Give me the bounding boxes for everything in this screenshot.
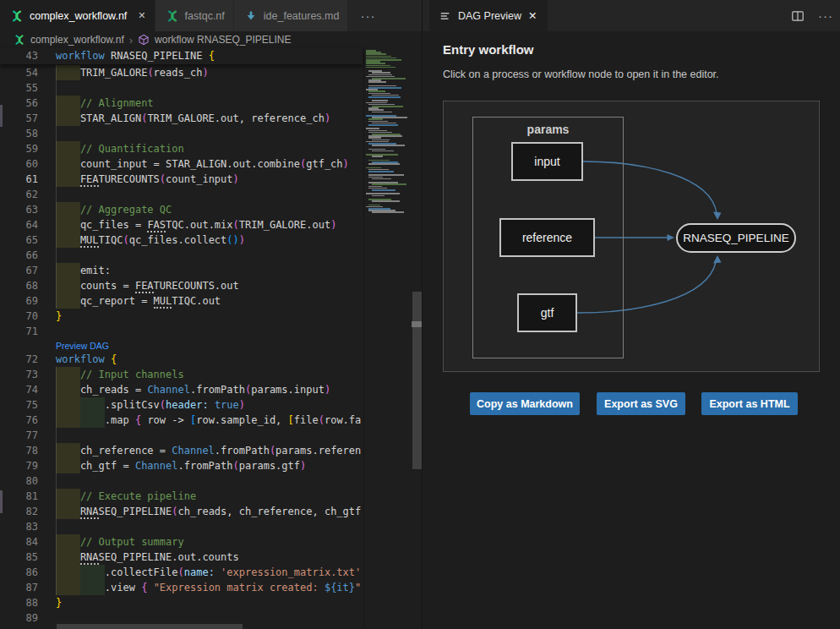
breadcrumb: complex_workflow.nf › workflow RNASEQ_PI… xyxy=(0,31,423,48)
code-line-58[interactable]: 58 xyxy=(0,126,363,141)
node-label: gtf xyxy=(541,306,554,320)
tab-label: fastqc.nf xyxy=(185,10,225,22)
code-line-75[interactable]: 75.splitCsv(header: true) xyxy=(0,397,363,413)
line-number: 61 xyxy=(0,172,38,187)
code-line-59[interactable]: 59// Quantification xyxy=(0,141,363,156)
code-line-70[interactable]: 70} xyxy=(0,309,363,324)
tab-fastqc[interactable]: fastqc.nf xyxy=(155,0,234,31)
nextflow-icon xyxy=(14,34,25,46)
close-icon[interactable]: ✕ xyxy=(528,9,537,22)
code-editor[interactable]: Preview DAG 54TRIM_GALORE(reads_ch)5556/… xyxy=(0,48,423,629)
code-line-56[interactable]: 56// Alignment xyxy=(0,96,363,111)
left-edge-decoration xyxy=(0,105,3,127)
line-number: 87 xyxy=(0,580,38,595)
code-line-86[interactable]: 86.collectFile(name: 'expression_matrix.… xyxy=(0,565,363,580)
code-line-80[interactable]: 80 xyxy=(0,473,363,489)
editor-tabbar: complex_workflow.nf ✕ fastqc.nf ide_feat… xyxy=(0,0,423,31)
code-line-63[interactable]: 63// Aggregate QC xyxy=(0,202,363,217)
code-line-76[interactable]: 76.map { row -> [row.sample_id, [file(ro… xyxy=(0,413,363,428)
node-input[interactable]: input xyxy=(511,142,583,181)
node-label: input xyxy=(534,155,559,168)
line-number: 79 xyxy=(0,458,38,473)
node-rnaseq-pipeline[interactable]: RNASEQ_PIPELINE xyxy=(676,223,796,253)
codelens-preview-dag[interactable]: Preview DAG xyxy=(56,340,109,352)
code-line-85[interactable]: 85RNASEQ_PIPELINE.out.counts xyxy=(0,550,363,565)
code-line-67[interactable]: 67emit: xyxy=(0,263,363,278)
export-as-svg-button[interactable]: Export as SVG xyxy=(597,392,685,415)
code-line-88[interactable]: 88} xyxy=(0,595,363,610)
breadcrumb-symbol[interactable]: workflow RNASEQ_PIPELINE xyxy=(155,34,291,46)
code-line-62[interactable]: 62 xyxy=(0,187,363,202)
dag-diagram: params input reference gtf RNASEQ_PIPELI… xyxy=(443,101,820,372)
line-number: 57 xyxy=(0,111,38,126)
line-number: 54 xyxy=(0,65,38,80)
line-number: 71 xyxy=(0,324,38,339)
node-reference[interactable]: reference xyxy=(499,218,595,257)
code-line-74[interactable]: 74ch_reads = Channel.fromPath(params.inp… xyxy=(0,382,363,397)
code-line-69[interactable]: 69qc_report = MULTIQC.out xyxy=(0,293,363,309)
export-as-html-button[interactable]: Export as HTML xyxy=(701,392,798,415)
line-number: 73 xyxy=(0,367,38,382)
split-editor-icon[interactable] xyxy=(791,9,805,23)
line-number: 63 xyxy=(0,202,38,217)
tab-complex-workflow[interactable]: complex_workflow.nf ✕ xyxy=(0,0,155,31)
line-number: 74 xyxy=(0,382,38,397)
node-gtf[interactable]: gtf xyxy=(517,293,577,332)
node-label: reference xyxy=(522,231,572,244)
preview-list-icon xyxy=(439,10,451,22)
code-line-78[interactable]: 78ch_reference = Channel.fromPath(params… xyxy=(0,443,363,458)
line-number: 75 xyxy=(0,397,38,413)
line-number: 62 xyxy=(0,187,38,202)
symbol-workflow-icon xyxy=(138,34,150,46)
line-number: 67 xyxy=(0,263,38,278)
line-number: 83 xyxy=(0,519,38,534)
code-line-79[interactable]: 79ch_gtf = Channel.fromPath(params.gtf) xyxy=(0,458,363,473)
code-line-71[interactable]: 71 xyxy=(0,324,363,339)
panel-tabbar: DAG Preview ✕ ··· xyxy=(423,0,840,31)
cluster-label: params xyxy=(473,123,623,136)
code-line-84[interactable]: 84// Output summary xyxy=(0,534,363,550)
line-number: 55 xyxy=(0,80,38,96)
code-line-77[interactable]: 77 xyxy=(0,428,363,443)
tab-overflow-icon[interactable]: ··· xyxy=(348,0,387,31)
more-actions-icon[interactable]: ··· xyxy=(818,8,833,23)
line-number: 85 xyxy=(0,550,38,565)
horizontal-scrollbar[interactable] xyxy=(0,623,363,629)
minimap[interactable] xyxy=(363,48,412,629)
code-line-73[interactable]: 73// Input channels xyxy=(0,367,363,382)
code-line-57[interactable]: 57STAR_ALIGN(TRIM_GALORE.out, reference_… xyxy=(0,111,363,126)
close-icon[interactable]: ✕ xyxy=(138,10,145,21)
line-number: 77 xyxy=(0,428,38,443)
code-line-61[interactable]: 61FEATURECOUNTS(count_input) xyxy=(0,172,363,187)
code-line-60[interactable]: 60count_input = STAR_ALIGN.out.combine(g… xyxy=(0,156,363,172)
nextflow-icon xyxy=(166,9,179,23)
code-line-55[interactable]: 55 xyxy=(0,80,363,96)
line-number: 86 xyxy=(0,565,38,580)
left-edge-decoration xyxy=(0,490,3,513)
code-line-82[interactable]: 82RNASEQ_PIPELINE(ch_reads, ch_reference… xyxy=(0,504,363,519)
code-line-81[interactable]: 81// Execute pipeline xyxy=(0,489,363,504)
code-line-64[interactable]: 64qc_files = FASTQC.out.mix(TRIM_GALORE.… xyxy=(0,217,363,232)
line-number: 84 xyxy=(0,534,38,550)
tab-dag-preview[interactable]: DAG Preview ✕ xyxy=(429,0,548,31)
code-line-65[interactable]: 65MULTIQC(qc_files.collect()) xyxy=(0,232,363,248)
code-line-68[interactable]: 68counts = FEATURECOUNTS.out xyxy=(0,278,363,293)
line-number: 68 xyxy=(0,278,38,293)
line-number: 70 xyxy=(0,309,38,324)
code-line-66[interactable]: 66 xyxy=(0,248,363,263)
panel-body: Entry workflow Click on a process or wor… xyxy=(423,31,840,629)
line-number: 60 xyxy=(0,156,38,172)
line-number: 59 xyxy=(0,141,38,156)
horizontal-scrollbar-thumb[interactable] xyxy=(57,624,243,629)
breadcrumb-file[interactable]: complex_workflow.nf xyxy=(30,34,124,46)
tab-ide-features[interactable]: ide_features.md xyxy=(234,0,349,31)
code-line-54[interactable]: 54TRIM_GALORE(reads_ch) xyxy=(0,65,363,80)
code-line-87[interactable]: 87.view { "Expression matrix created: ${… xyxy=(0,580,363,595)
copy-as-markdown-button[interactable]: Copy as Markdown xyxy=(470,392,580,415)
code-line-72[interactable]: 72workflow { xyxy=(0,352,363,367)
sticky-scroll-line[interactable]: 43workflow RNASEQ_PIPELINE { xyxy=(0,48,363,64)
code-line-43[interactable]: 43workflow RNASEQ_PIPELINE { xyxy=(0,48,363,63)
markdown-icon xyxy=(244,9,258,23)
line-number: 78 xyxy=(0,443,38,458)
code-line-83[interactable]: 83 xyxy=(0,519,363,534)
